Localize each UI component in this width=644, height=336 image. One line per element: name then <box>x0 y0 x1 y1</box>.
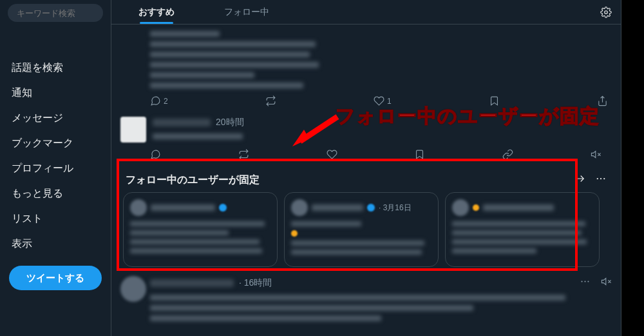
pinned-card[interactable] <box>445 192 600 267</box>
retweet-icon <box>265 95 276 106</box>
heart-icon <box>327 149 337 160</box>
reply-count: 2 <box>164 97 168 106</box>
retweet-icon <box>238 149 249 160</box>
mute-icon <box>601 276 612 287</box>
main-column: おすすめ フォロー中 2 1 <box>111 0 621 336</box>
bookmark-icon <box>414 149 425 160</box>
search-input[interactable] <box>8 4 103 22</box>
svg-point-6 <box>587 281 589 282</box>
tweet-mute-button[interactable] <box>601 276 612 290</box>
tweet-item[interactable]: · 16時間 <box>111 271 621 321</box>
svg-point-5 <box>584 281 585 282</box>
verified-badge-icon <box>219 204 227 212</box>
avatar <box>291 199 308 216</box>
avatar <box>120 276 146 302</box>
tweet-body-redacted <box>150 28 324 93</box>
nav-notifications[interactable]: 通知 <box>0 81 111 106</box>
username-redacted <box>150 279 234 287</box>
nav-list: 話題を検索 通知 メッセージ ブックマーク プロフィール もっと見る リスト 表… <box>0 26 111 257</box>
search-wrap <box>0 4 111 26</box>
nav-more[interactable]: もっと見る <box>0 181 111 206</box>
mute-icon <box>591 149 601 160</box>
tweet-time: · 16時間 <box>239 277 272 289</box>
reply-button[interactable]: 2 <box>150 95 168 106</box>
share-icon <box>597 95 608 106</box>
tweet-actions: 2 1 <box>111 93 621 112</box>
nav-display[interactable]: 表示 <box>0 232 111 257</box>
reply-icon <box>150 149 161 160</box>
svg-point-2 <box>600 178 601 179</box>
emoji-icon <box>291 230 298 237</box>
pinned-see-all-button[interactable] <box>574 173 586 187</box>
avatar <box>120 117 146 143</box>
reply-icon <box>150 95 161 106</box>
nav-profile[interactable]: プロフィール <box>0 156 111 181</box>
pinned-module: フォロー中のユーザーが固定 <box>117 168 616 271</box>
like-button[interactable] <box>327 149 337 160</box>
app-root: 話題を検索 通知 メッセージ ブックマーク プロフィール もっと見る リスト 表… <box>0 0 621 336</box>
verified-gold-badge-icon <box>473 204 479 211</box>
sidebar: 話題を検索 通知 メッセージ ブックマーク プロフィール もっと見る リスト 表… <box>0 0 111 336</box>
like-button[interactable]: 1 <box>374 95 392 106</box>
heart-icon <box>374 95 384 106</box>
reply-button[interactable] <box>150 149 161 160</box>
pinned-date: · 3月16日 <box>379 203 412 213</box>
svg-point-3 <box>603 178 605 179</box>
pinned-more-button[interactable] <box>595 173 607 187</box>
pinned-header: フォロー中のユーザーが固定 <box>123 173 609 192</box>
retweet-button[interactable] <box>238 149 249 160</box>
timeline-tabs: おすすめ フォロー中 <box>111 0 621 25</box>
avatar <box>130 199 147 216</box>
verified-badge-icon <box>367 204 375 212</box>
retweet-button[interactable] <box>265 95 276 106</box>
more-horizontal-icon <box>595 173 607 184</box>
bookmark-icon <box>489 95 500 106</box>
like-count: 1 <box>387 97 392 106</box>
tweet-more-button[interactable] <box>580 276 591 290</box>
svg-point-1 <box>597 178 598 179</box>
pinned-cards: · 3月16日 <box>123 192 609 267</box>
bookmark-button[interactable] <box>414 149 425 160</box>
svg-point-0 <box>605 10 608 14</box>
nav-bookmarks[interactable]: ブックマーク <box>0 131 111 156</box>
link-icon <box>502 149 513 160</box>
nav-messages[interactable]: メッセージ <box>0 106 111 131</box>
gear-icon <box>600 6 612 18</box>
link-button[interactable] <box>502 149 513 160</box>
arrow-right-icon <box>574 173 586 184</box>
mute-button[interactable] <box>591 149 601 160</box>
tweet-actions <box>111 143 621 168</box>
pinned-card[interactable]: · 3月16日 <box>284 192 439 267</box>
share-button[interactable] <box>597 95 608 106</box>
avatar <box>452 199 469 216</box>
pinned-card[interactable] <box>123 192 278 267</box>
tweet-time: 20時間 <box>216 117 244 128</box>
nav-explore[interactable]: 話題を検索 <box>0 55 111 81</box>
tweet-item[interactable]: 20時間 <box>111 112 621 143</box>
nav-lists[interactable]: リスト <box>0 206 111 232</box>
pinned-title: フォロー中のユーザーが固定 <box>126 173 260 187</box>
timeline-settings-button[interactable] <box>595 1 617 23</box>
more-horizontal-icon <box>580 276 591 287</box>
tab-following[interactable]: フォロー中 <box>202 6 292 18</box>
bookmark-button[interactable] <box>489 95 500 106</box>
svg-point-4 <box>581 281 582 282</box>
username-redacted <box>153 119 211 126</box>
tab-recommend[interactable]: おすすめ <box>111 6 202 18</box>
tweet-button[interactable]: ツイートする <box>9 266 102 290</box>
